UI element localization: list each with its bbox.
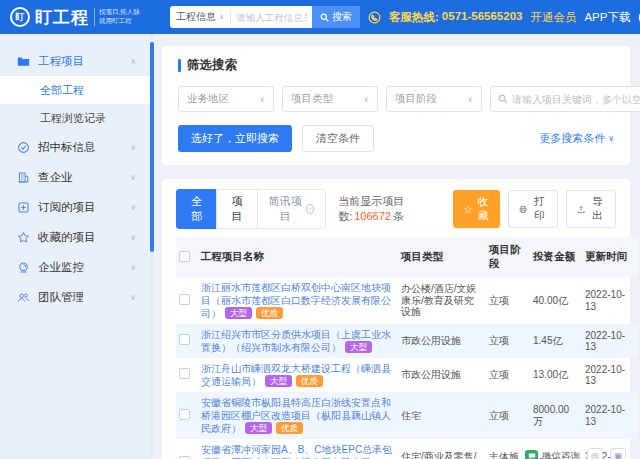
search-category-dropdown[interactable]: 工程信息 ∧ bbox=[170, 10, 231, 24]
project-stage: 立项 bbox=[486, 277, 530, 324]
tab-0[interactable]: 全部 bbox=[176, 189, 217, 229]
chevron-down-icon: ∨ bbox=[363, 95, 369, 104]
header-search-button[interactable]: 搜索 bbox=[312, 6, 360, 28]
qrcode-icon[interactable]: ▣ bbox=[610, 448, 626, 459]
sidebar-item-4[interactable]: 收藏的项目∨ bbox=[0, 222, 150, 252]
badge-large: 大型 bbox=[245, 422, 272, 434]
project-type: 住宅/商业及零售/教育及研究设施 bbox=[398, 439, 486, 459]
keyword-input[interactable] bbox=[512, 94, 640, 105]
search-icon bbox=[498, 94, 508, 104]
more-conditions-link[interactable]: 更多搜索条件 ∨ bbox=[539, 131, 614, 146]
vip-link[interactable]: 开通会员 bbox=[530, 10, 576, 25]
sidebar-item-5[interactable]: 企业监控∨ bbox=[0, 252, 150, 282]
table-row: 浙江舟山市嵊泗双龙大桥建设工程（嵊泗县交通运输局）大型优质市政公用设施立项13.… bbox=[176, 358, 638, 392]
header-search: 工程信息 ∧ 搜索 bbox=[170, 6, 360, 28]
sidebar-item-0[interactable]: 工程项目∧ bbox=[0, 46, 150, 76]
export-icon bbox=[577, 204, 585, 215]
phone-icon bbox=[368, 11, 381, 24]
project-amount: 1.45亿 bbox=[530, 324, 582, 358]
project-name-link[interactable]: 安徽省潭冲河家园A、B、C地块EPC总承包项目（肥西城市更新建设发展有限公司） bbox=[201, 444, 392, 459]
project-amount: 13.00亿 bbox=[530, 358, 582, 392]
customer-service-icon[interactable]: ◎ bbox=[587, 448, 603, 459]
main-scrollbar-track bbox=[150, 34, 154, 459]
logo[interactable]: 盯 盯工程 找项目,拓人脉 就用盯工程 bbox=[10, 6, 162, 29]
export-button[interactable]: 导出 bbox=[566, 190, 616, 228]
sidebar-item-label: 收藏的项目 bbox=[38, 230, 122, 245]
chevron-down-icon: ∨ bbox=[130, 173, 136, 182]
filter-select-0[interactable]: 业务地区∨ bbox=[178, 86, 274, 112]
filter-select-1[interactable]: 项目类型∨ bbox=[282, 86, 378, 112]
project-amount: 8000.00万 bbox=[530, 392, 582, 439]
select-all-checkbox[interactable] bbox=[179, 251, 190, 262]
award-icon bbox=[16, 140, 30, 154]
row-checkbox[interactable] bbox=[179, 456, 190, 459]
project-type: 住宅 bbox=[398, 392, 486, 439]
folder-icon bbox=[16, 54, 30, 68]
badge-quality: 优质 bbox=[296, 375, 323, 387]
project-updated: 2022-10-13 bbox=[582, 392, 638, 439]
project-type: 办公楼/酒店/文娱康乐/教育及研究设施 bbox=[398, 277, 486, 324]
sidebar-item-label: 工程项目 bbox=[38, 54, 122, 69]
header-search-input[interactable] bbox=[231, 12, 312, 23]
project-stage: 主体施工 bbox=[486, 439, 530, 459]
wechat-consult[interactable]: 微信咨询 bbox=[525, 450, 580, 459]
app-download-link[interactable]: APP下载 bbox=[584, 10, 630, 25]
filter-select-2[interactable]: 项目阶段∨ bbox=[386, 86, 482, 112]
tab-label: 项目 bbox=[228, 194, 245, 224]
list-toolbar: 全部项目简讯项目i 当前显示项目数:106672条 ☆ 收藏 打印 bbox=[176, 189, 616, 229]
printer-icon bbox=[519, 204, 527, 215]
row-checkbox[interactable] bbox=[179, 368, 190, 379]
row-checkbox[interactable] bbox=[179, 294, 190, 305]
chevron-down-icon: ∨ bbox=[608, 134, 614, 143]
filter-buttons-row: 选好了，立即搜索 清空条件 更多搜索条件 ∨ bbox=[178, 125, 614, 152]
logo-text: 盯工程 bbox=[35, 6, 89, 29]
logo-icon: 盯 bbox=[10, 7, 30, 27]
floating-widget: 微信咨询 ◎ ▣ bbox=[525, 448, 626, 459]
tab-label: 全部 bbox=[188, 194, 205, 224]
building-icon bbox=[16, 170, 30, 184]
filter-title: 筛选搜索 bbox=[178, 57, 614, 74]
print-button[interactable]: 打印 bbox=[508, 190, 558, 228]
chevron-down-icon: ∨ bbox=[259, 95, 265, 104]
sidebar-subitem-0-0[interactable]: 全部工程 bbox=[0, 76, 150, 104]
badge-quality: 优质 bbox=[276, 422, 303, 434]
chevron-up-icon: ∧ bbox=[130, 57, 136, 66]
clear-filters-button[interactable]: 清空条件 bbox=[302, 125, 374, 152]
chevron-down-icon: ∨ bbox=[467, 95, 473, 104]
sidebar-item-1[interactable]: 招中标信息∨ bbox=[0, 132, 150, 162]
main-content: 筛选搜索 业务地区∨项目类型∨项目阶段∨ 选好了，立即搜索 清空条件 更多搜索条… bbox=[150, 34, 640, 459]
sidebar-nav: 工程项目∧全部工程工程浏览记录招中标信息∨查企业∨订阅的项目∨收藏的项目∨企业监… bbox=[0, 46, 150, 312]
row-checkbox[interactable] bbox=[179, 409, 190, 420]
header-right: 客服热线:0571-56565203 开通会员 APP下载 ∨ bbox=[368, 10, 640, 25]
project-type: 市政公用设施 bbox=[398, 358, 486, 392]
tab-2[interactable]: 简讯项目i bbox=[257, 189, 327, 229]
project-table: 工程项目名称项目类型项目阶段投资金额更新时间 浙江丽水市莲都区白桥双创中心南区地… bbox=[176, 237, 638, 459]
row-checkbox[interactable] bbox=[179, 334, 190, 345]
sidebar-item-6[interactable]: 团队管理∨ bbox=[0, 282, 150, 312]
project-stage: 立项 bbox=[486, 324, 530, 358]
sidebar-subitem-0-1[interactable]: 工程浏览记录 bbox=[0, 104, 150, 132]
result-count: 当前显示项目数:106672条 bbox=[338, 194, 453, 224]
project-list-panel: 全部项目简讯项目i 当前显示项目数:106672条 ☆ 收藏 打印 bbox=[162, 179, 630, 459]
apply-search-button[interactable]: 选好了，立即搜索 bbox=[178, 125, 292, 152]
sidebar-item-label: 团队管理 bbox=[38, 290, 122, 305]
tab-1[interactable]: 项目 bbox=[216, 189, 257, 229]
table-row: 浙江丽水市莲都区白桥双创中心南区地块项目（丽水市莲都区白口数字经济发展有限公司）… bbox=[176, 277, 638, 324]
sidebar-item-label: 查企业 bbox=[38, 170, 122, 185]
column-header-0: 工程项目名称 bbox=[198, 237, 398, 277]
keyword-search-box bbox=[490, 86, 640, 112]
main-scrollbar-thumb[interactable] bbox=[150, 42, 154, 252]
sidebar-item-3[interactable]: 订阅的项目∨ bbox=[0, 192, 150, 222]
search-category-label: 工程信息 bbox=[176, 10, 216, 24]
badge-large: 大型 bbox=[225, 307, 252, 319]
hotline: 客服热线:0571-56565203 bbox=[389, 10, 522, 25]
result-count-value: 106672 bbox=[354, 210, 391, 222]
sidebar-item-2[interactable]: 查企业∨ bbox=[0, 162, 150, 192]
select-placeholder: 项目阶段 bbox=[395, 92, 437, 106]
result-tabs: 全部项目简讯项目i bbox=[176, 189, 326, 229]
favorite-button[interactable]: ☆ 收藏 bbox=[453, 190, 500, 228]
chevron-down-icon: ∨ bbox=[130, 203, 136, 212]
table-row: 安徽省铜陵市枞阳县特高压白浙线安置点和桥港园区棚户区改造项目（枞阳县藕山镇人民政… bbox=[176, 392, 638, 439]
project-stage: 立项 bbox=[486, 392, 530, 439]
badge-quality: 优质 bbox=[256, 307, 283, 319]
